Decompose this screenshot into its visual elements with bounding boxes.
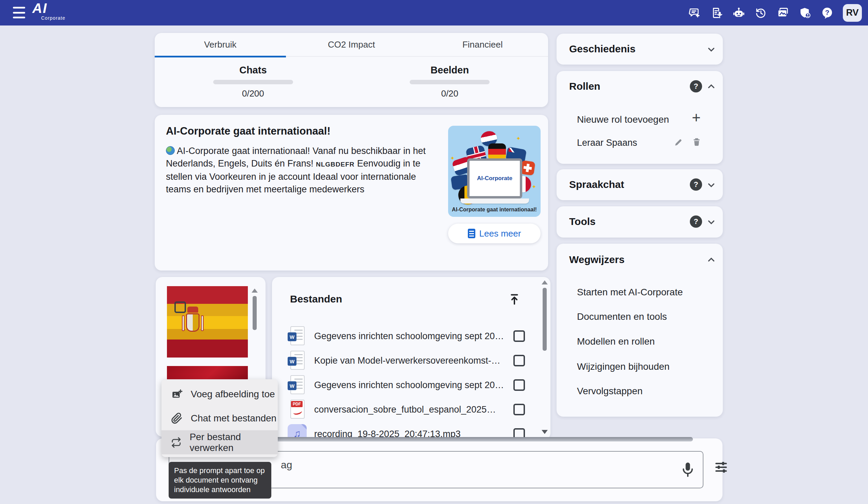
sparkle-icon: ✦: [450, 155, 455, 161]
role-leraar-spaans[interactable]: Leraar Spaans: [577, 138, 637, 148]
chat-placeholder-visible: ag: [281, 459, 292, 471]
menu-item-chat-with-files[interactable]: Chat met bestanden: [162, 406, 278, 430]
files-scroll-up-arrow[interactable]: [541, 280, 548, 284]
per-file-tooltip: Pas de prompt apart toe op elk document …: [169, 462, 271, 498]
add-role-label[interactable]: Nieuwe rol toevoegen: [577, 114, 669, 125]
guide-wijzigingen[interactable]: Wijzigingen bijhouden: [577, 361, 670, 372]
topbar-actions: ? RV: [688, 0, 862, 25]
app-root: AI Corporate: [0, 0, 868, 504]
news-illustration: ✦ ✦ ✦ AI-Corporate AI-Corporate gaat int…: [448, 126, 540, 217]
file-list: W Gegevens inrichten schoolomgeving sept…: [272, 324, 537, 440]
germany-flag-icon: [488, 144, 506, 160]
beelden-value: 0/20: [441, 88, 458, 99]
illustration-caption: AI-Corporate gaat internationaal!: [448, 207, 540, 213]
app-logo: AI Corporate: [32, 1, 65, 20]
word-file-icon: W: [287, 375, 307, 396]
file-row[interactable]: PDF conversacion_sobre_futbol_espanol_20…: [272, 397, 537, 422]
chevron-up-icon[interactable]: [706, 81, 716, 92]
chevron-down-icon[interactable]: [706, 180, 716, 190]
section-wegwijzers: Wegwijzers Starten met AI-Corporate Docu…: [557, 244, 723, 417]
tab-verbruik[interactable]: Verbruik: [155, 33, 286, 56]
section-geschiedenis[interactable]: Geschiedenis: [557, 34, 723, 65]
language-flag-codes: NLGBDEFR: [316, 161, 355, 168]
scroll-up-arrow[interactable]: [251, 288, 258, 293]
word-file-icon: W: [287, 326, 307, 347]
chats-meter: Chats 0/200: [155, 57, 352, 106]
hamburger-menu-icon[interactable]: [13, 7, 25, 18]
read-more-button[interactable]: Lees meer: [448, 224, 540, 243]
guide-documenten[interactable]: Documenten en tools: [577, 311, 667, 322]
files-scroll-down-arrow[interactable]: [541, 430, 548, 434]
file-checkbox[interactable]: [513, 355, 525, 366]
delete-role-icon[interactable]: [691, 137, 703, 148]
images-scrollbar[interactable]: [252, 296, 257, 330]
sparkle-icon: ✦: [516, 135, 520, 142]
tune-settings-icon[interactable]: [714, 460, 728, 474]
laptop-illustration: AI-Corporate: [467, 158, 522, 199]
section-tools[interactable]: Tools ?: [557, 206, 723, 238]
usage-card: Verbruik CO2 Impact Financieel Chats 0/2…: [155, 33, 548, 107]
image-plus-icon: [171, 388, 183, 400]
file-row[interactable]: W Kopie van Model-verwerkersovereenkomst…: [272, 348, 537, 373]
add-role-plus-icon[interactable]: +: [692, 113, 701, 123]
spain-flag-image[interactable]: [167, 286, 248, 358]
topbar: AI Corporate: [0, 0, 868, 25]
repeat-icon: [171, 437, 182, 448]
chevron-down-icon[interactable]: [706, 44, 716, 55]
files-title: Bestanden: [290, 293, 342, 305]
file-checkbox[interactable]: [513, 404, 525, 415]
guide-modellen[interactable]: Modellen en rollen: [577, 336, 655, 347]
transcription-icon[interactable]: [710, 7, 723, 19]
help-circle-icon[interactable]: ?: [690, 216, 702, 228]
laptop-base: [460, 199, 529, 203]
chats-label: Chats: [239, 65, 267, 76]
tab-co2-impact[interactable]: CO2 Impact: [286, 33, 417, 56]
paperclip-icon: [171, 412, 183, 424]
chevron-up-icon[interactable]: [706, 254, 716, 265]
news-title: AI-Corporate gaat internationaal!: [166, 125, 330, 137]
svg-text:?: ?: [825, 8, 829, 16]
guide-starten[interactable]: Starten met AI-Corporate: [577, 287, 683, 298]
spain-crest: [183, 306, 202, 335]
chats-value: 0/200: [242, 88, 264, 99]
tab-financieel[interactable]: Financieel: [417, 33, 548, 56]
article-icon: [468, 229, 475, 238]
sparkle-icon: ✦: [532, 183, 536, 190]
file-row[interactable]: W Gegevens inrichten schoolomgeving sept…: [272, 373, 537, 397]
files-panel: Bestanden W Gegevens inrichten schoolomg…: [272, 277, 550, 440]
section-spraakchat[interactable]: Spraakchat ?: [557, 169, 723, 200]
logo-sub: Corporate: [41, 15, 65, 20]
upload-icon[interactable]: [508, 293, 521, 306]
file-row[interactable]: W Gegevens inrichten schoolomgeving sept…: [272, 324, 537, 348]
file-checkbox[interactable]: [513, 379, 525, 391]
help-circle-icon[interactable]: ?: [690, 178, 702, 191]
pdf-file-icon: PDF: [287, 399, 307, 420]
beelden-progressbar: [410, 80, 489, 84]
guide-vervolgstappen[interactable]: Vervolgstappen: [577, 386, 643, 397]
image-checkbox-1[interactable]: [174, 302, 186, 313]
chevron-down-icon[interactable]: [706, 217, 716, 227]
section-rollen: Rollen ? Nieuwe rol toevoegen + Leraar S…: [557, 71, 723, 164]
edit-role-icon[interactable]: [673, 137, 684, 148]
switzerland-flag-icon: [520, 160, 535, 175]
gallery-icon[interactable]: [776, 7, 789, 19]
beelden-label: Beelden: [431, 65, 469, 76]
bot-icon[interactable]: [732, 7, 745, 19]
help-circle-icon[interactable]: ?: [690, 80, 702, 93]
menu-item-add-image[interactable]: Voeg afbeelding toe: [162, 382, 278, 406]
privacy-shield-icon[interactable]: [799, 7, 812, 19]
attachment-context-menu: Voeg afbeelding toe Chat met bestanden P…: [162, 379, 278, 457]
menu-item-process-per-file[interactable]: Per bestand verwerken: [162, 430, 278, 454]
microphone-icon[interactable]: [680, 461, 695, 479]
usage-tabs: Verbruik CO2 Impact Financieel: [155, 33, 548, 57]
new-chat-icon[interactable]: [688, 7, 701, 19]
news-card: AI-Corporate gaat internationaal! AI-Cor…: [155, 115, 548, 271]
logo-main: AI: [32, 1, 47, 15]
files-scrollbar[interactable]: [542, 288, 547, 351]
help-icon[interactable]: ?: [821, 7, 834, 19]
globe-icon: [166, 146, 175, 155]
word-file-icon: W: [287, 350, 307, 371]
file-checkbox[interactable]: [513, 330, 525, 342]
user-avatar[interactable]: RV: [843, 4, 862, 22]
history-icon[interactable]: [754, 7, 767, 19]
